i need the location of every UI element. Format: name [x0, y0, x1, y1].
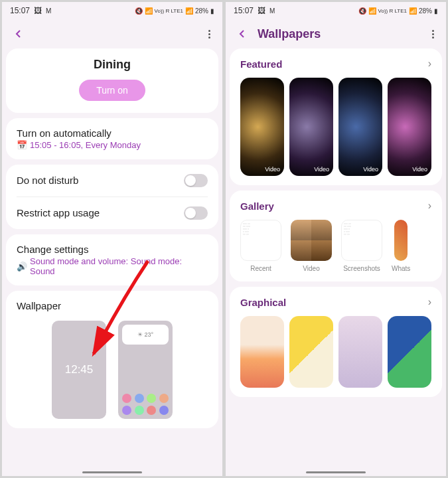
gallery-app-icon: 🖼 — [34, 6, 42, 15]
featured-chevron-icon[interactable]: › — [428, 58, 431, 70]
auto-schedule: 📅 15:05 - 16:05, Every Monday — [17, 140, 208, 150]
mute-icon: 🔇 — [135, 7, 143, 15]
status-time: 15:07 — [10, 6, 30, 15]
change-sub: 🔊 Sound mode and volume: Sound mode: Sou… — [17, 256, 208, 276]
wallpaper-label: Wallpaper — [17, 300, 208, 311]
nav-bar — [226, 468, 446, 476]
status-time: 15:07 — [234, 6, 254, 15]
dnd-row[interactable]: Do not disturb — [17, 165, 208, 197]
featured-wallpaper[interactable]: Video — [289, 78, 333, 176]
nav-bar — [2, 468, 222, 476]
nav-handle[interactable] — [306, 471, 366, 473]
graphical-thumbs — [240, 316, 431, 388]
restrict-label: Restrict app usage — [17, 207, 100, 218]
network-label: Vo)) R LTE1 — [378, 8, 407, 14]
status-bar: 15:07 🖼 M 🔇 📶 Vo)) R LTE1 📶 28% ▮ — [2, 2, 222, 19]
header — [2, 19, 222, 48]
restrict-row[interactable]: Restrict app usage — [17, 197, 208, 229]
mode-title: Dining — [17, 58, 208, 72]
more-menu-button[interactable] — [206, 27, 213, 41]
wallpaper-card[interactable]: Wallpaper 12:45 ☀ 23° — [6, 291, 218, 428]
signal-icon: 📶 — [185, 7, 193, 15]
more-menu-button[interactable] — [429, 27, 437, 41]
change-settings-card[interactable]: Change settings 🔊 Sound mode and volume:… — [6, 234, 218, 285]
change-label: Change settings — [17, 244, 208, 255]
page-title: Wallpapers — [258, 27, 421, 41]
weather-widget: ☀ 23° — [122, 325, 169, 345]
nav-handle[interactable] — [82, 471, 142, 473]
content-scroll[interactable]: Featured › Video Video Video Video Galle… — [226, 48, 446, 468]
dnd-toggle[interactable] — [184, 174, 208, 187]
gmail-icon: M — [269, 7, 275, 15]
restrict-toggle[interactable] — [184, 206, 208, 220]
lockscreen-preview[interactable]: 12:45 — [52, 321, 106, 419]
calendar-icon: 📅 — [17, 140, 27, 150]
graphical-section: Graphical › — [230, 287, 442, 397]
graphical-chevron-icon[interactable]: › — [428, 296, 431, 308]
network-label: Vo)) R LTE1 — [155, 8, 183, 14]
featured-wallpaper[interactable]: Video — [240, 78, 284, 176]
toggles-card: Do not disturb Restrict app usage — [6, 165, 218, 229]
mode-card: Dining Turn on — [6, 48, 218, 113]
gallery-app-icon: 🖼 — [258, 6, 265, 15]
back-button[interactable] — [11, 27, 26, 41]
signal-icon: 📶 — [409, 7, 417, 15]
status-bar: 15:07 🖼 M 🔇 📶 Vo)) R LTE1 📶 28% ▮ — [226, 2, 446, 19]
graphical-wallpaper[interactable] — [338, 316, 382, 388]
battery-icon: ▮ — [210, 7, 214, 15]
auto-card[interactable]: Turn on automatically 📅 15:05 - 16:05, E… — [6, 118, 218, 159]
graphical-title: Graphical — [240, 297, 286, 308]
homescreen-preview[interactable]: ☀ 23° — [118, 321, 173, 419]
featured-title: Featured — [240, 58, 282, 70]
gallery-title: Gallery — [240, 200, 274, 212]
graphical-wallpaper[interactable] — [240, 316, 284, 388]
gmail-icon: M — [46, 7, 51, 15]
right-phone: 15:07 🖼 M 🔇 📶 Vo)) R LTE1 📶 28% ▮ Wallpa… — [226, 2, 446, 476]
wifi-icon: 📶 — [368, 7, 376, 15]
battery-percent: 28% — [419, 7, 432, 15]
battery-icon: ▮ — [434, 7, 438, 15]
dnd-label: Do not disturb — [17, 175, 78, 186]
gallery-whatsapp[interactable]: Whats — [392, 220, 410, 272]
gallery-chevron-icon[interactable]: › — [428, 200, 431, 212]
featured-wallpaper[interactable]: Video — [388, 78, 431, 176]
featured-thumbs: Video Video Video Video — [240, 78, 431, 176]
chevron-left-icon — [237, 29, 248, 39]
home-icons — [122, 394, 169, 415]
lock-time: 12:45 — [65, 363, 94, 376]
gallery-screenshots[interactable]: ━━━ ━━━━ ━━━━━━ ━━ ━━━━━ ━━ Screenshots — [341, 220, 382, 272]
battery-percent: 28% — [195, 7, 208, 15]
featured-wallpaper[interactable]: Video — [338, 78, 382, 176]
gallery-video[interactable]: Video — [291, 220, 332, 272]
auto-label: Turn on automatically — [17, 127, 208, 139]
sound-icon: 🔊 — [17, 262, 27, 272]
header: Wallpapers — [226, 19, 446, 48]
graphical-wallpaper[interactable] — [289, 316, 333, 388]
content-scroll[interactable]: Dining Turn on Turn on automatically 📅 1… — [2, 48, 222, 468]
gallery-recent[interactable]: ━━━ ━━━━ ━━━━━━ ━━ ━━━━━ ━━ Recent — [240, 220, 281, 272]
back-button[interactable] — [235, 27, 250, 41]
chevron-left-icon — [13, 29, 24, 39]
wallpaper-previews: 12:45 ☀ 23° — [17, 321, 208, 419]
left-phone: 15:07 🖼 M 🔇 📶 Vo)) R LTE1 📶 28% ▮ Dining… — [2, 2, 222, 476]
mute-icon: 🔇 — [358, 7, 366, 15]
wifi-icon: 📶 — [145, 7, 153, 15]
gallery-thumbs: ━━━ ━━━━ ━━━━━━ ━━ ━━━━━ ━━ Recent Video… — [240, 220, 431, 272]
turn-on-button[interactable]: Turn on — [79, 80, 145, 101]
graphical-wallpaper[interactable] — [388, 316, 431, 388]
gallery-section: Gallery › ━━━ ━━━━ ━━━━━━ ━━ ━━━━━ ━━ Re… — [230, 191, 442, 281]
featured-section: Featured › Video Video Video Video — [230, 48, 442, 185]
